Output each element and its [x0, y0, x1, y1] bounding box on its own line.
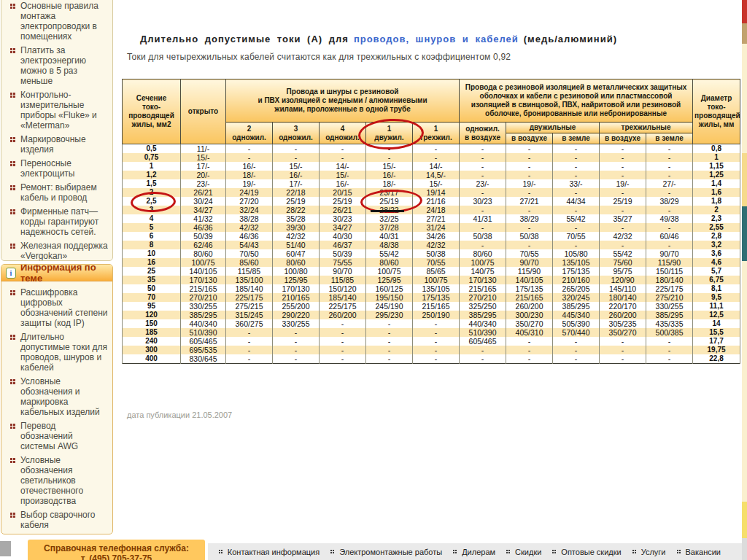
table-cell: 42/32 — [273, 232, 320, 241]
table-cell: 35/27 — [600, 214, 646, 223]
footer-link[interactable]: Контактная информация — [219, 548, 320, 556]
footer-link[interactable]: Вакансии — [677, 548, 721, 556]
sidebar-info-link[interactable]: Расшифровка цифровых обозначений степени… — [5, 287, 109, 328]
table-cell: 140/105 — [181, 267, 226, 276]
table-cell: 80/60 — [366, 258, 413, 267]
table-cell: 27/20 — [226, 197, 273, 206]
table-cell: 20/- — [181, 171, 226, 179]
table-cell: - — [226, 153, 273, 162]
table-cell: - — [320, 328, 366, 337]
table-cell: 320/245 — [553, 293, 600, 302]
table-cell: 17/- — [273, 179, 320, 188]
table-cell: 255/200 — [273, 302, 320, 311]
table-cell: 16 — [123, 258, 181, 267]
table-cell: 115/85 — [320, 276, 366, 284]
table-cell: 170/130 — [273, 284, 320, 293]
footer-link[interactable]: Дилерам — [453, 548, 495, 556]
table-cell: - — [460, 188, 506, 197]
table-cell: - — [553, 354, 600, 364]
sidebar-article-link[interactable]: Маркировочные изделия — [5, 134, 109, 155]
table-cell: 100/75 — [460, 258, 506, 267]
title-link[interactable]: проводов, шнуров и кабелей — [354, 34, 519, 44]
footer-link[interactable]: Услуги — [632, 548, 666, 556]
table-cell: 70/55 — [413, 258, 460, 267]
strip-segment — [742, 538, 747, 560]
footer-link[interactable]: Оптовые скидки — [552, 548, 621, 556]
sidebar-info-link[interactable]: Выбор сварочного кабеля — [5, 510, 109, 530]
sidebar-article-link[interactable]: Основные правила монтажа электропроводки… — [5, 1, 109, 42]
table-cell: - — [553, 171, 600, 179]
table-cell: 830/645 — [181, 354, 226, 364]
table-cell: 18/- — [226, 171, 273, 179]
table-cell: 42/32 — [226, 223, 273, 232]
table-cell: - — [320, 319, 366, 328]
table-cell: 510/390 — [181, 328, 226, 337]
table-cell: 95 — [123, 302, 181, 311]
sidebar-info-link[interactable]: Условные обозначения и маркировка кабель… — [5, 376, 109, 417]
table-cell: 440/340 — [181, 319, 226, 328]
table-cell: - — [460, 241, 506, 249]
table-cell: - — [506, 153, 553, 162]
table-cell: 180/140 — [600, 293, 646, 302]
table-cell: 245/190 — [366, 302, 413, 311]
table-cell: - — [600, 241, 646, 249]
title-suffix: (медь/алюминий) — [524, 34, 617, 44]
table-cell: 50/38 — [413, 249, 460, 258]
table-cell: 85/60 — [226, 258, 273, 267]
table-cell: - — [506, 241, 553, 249]
link-label: Длительно допустимые токи для проводов, … — [20, 332, 107, 373]
table-cell: 27/21 — [506, 197, 553, 206]
sidebar-article-link[interactable]: Переносные электрощиты — [5, 158, 109, 179]
col-header-air: в воздухе — [600, 133, 646, 144]
table-row: 25140/105115/85100/8090/70100/7585/65140… — [123, 267, 740, 276]
table-cell: 145/110 — [600, 284, 646, 293]
gray-tab — [0, 541, 11, 556]
table-cell: 115/90 — [506, 267, 553, 276]
sidebar-info-link[interactable]: Перевод обозначений системы AWG — [5, 421, 109, 451]
table-cell: 0,8 — [693, 144, 740, 154]
table-cell: - — [553, 153, 600, 162]
sidebar-article-link[interactable]: Платить за электроэнергию можно в 5 раз … — [5, 45, 109, 86]
col-header-2-single: 2 одножил. — [226, 122, 273, 144]
table-cell: 25/19 — [600, 197, 646, 206]
table-cell: 55/42 — [600, 249, 646, 258]
black-underline-annotation — [371, 210, 404, 212]
sidebar-article-link[interactable]: Контрольно-измерительные приборы «Fluke»… — [5, 90, 109, 131]
table-cell: - — [320, 346, 366, 354]
table-cell: - — [460, 354, 506, 364]
footer-link[interactable]: Электромонтажные работы — [330, 548, 442, 556]
table-cell: - — [366, 153, 413, 162]
table-row: 862/4654/4351/4046/3748/3842/32-----3,2 — [123, 241, 740, 249]
sidebar-info-link[interactable]: Длительно допустимые токи для проводов, … — [5, 332, 109, 373]
info-block: i Информация по теме Расшифровка цифровы… — [1, 264, 113, 534]
table-cell: 175/135 — [413, 293, 460, 302]
table-cell: - — [366, 337, 413, 346]
sidebar-article-link[interactable]: Железная поддержка «Vergokan» — [5, 241, 109, 261]
table-cell: 6,75 — [693, 276, 740, 284]
table-row: 150440/340360/275330/255---440/340350/27… — [123, 319, 740, 328]
table-cell: 20/15 — [320, 188, 366, 197]
sidebar-info-link[interactable]: Условные обозначения светильников отечес… — [5, 455, 109, 506]
table-cell: 70 — [123, 293, 181, 302]
sidebar-article-link[interactable]: Фирменные патч—корды гарантируют надежно… — [5, 206, 109, 237]
table-row: 0,7515/-----------1 — [123, 153, 740, 162]
table-cell: - — [320, 354, 366, 364]
footer-link[interactable]: Скидки — [506, 548, 541, 556]
table-cell: 0,5 — [123, 144, 181, 154]
table-cell: - — [460, 206, 506, 214]
table-row: 185510/390-----510/390405/310570/440350/… — [123, 328, 740, 337]
table-row: 70270/210225/175210/165185/140195/150175… — [123, 293, 740, 302]
link-label: Перевод обозначений системы AWG — [20, 421, 78, 451]
table-cell: 4,6 — [693, 258, 740, 267]
info-block-header: i Информация по теме — [1, 265, 112, 281]
table-cell: - — [320, 144, 366, 154]
sidebar-article-link[interactable]: Ремонт: выбираем кабель и провод — [5, 182, 109, 203]
sidebar-info-link[interactable]: Технические характеристики радиочастотны… — [5, 534, 109, 534]
table-cell: 37/28 — [366, 223, 413, 232]
table-cell: 1,6 — [693, 188, 740, 197]
table-row: 95330/255275/215255/200225/175245/190215… — [123, 302, 740, 311]
title-prefix: Длительно допустимые токи (А) для — [140, 34, 349, 44]
table-cell: 240 — [123, 337, 181, 346]
list-bullet-icon — [10, 161, 12, 163]
table-cell: 210/160 — [553, 276, 600, 284]
